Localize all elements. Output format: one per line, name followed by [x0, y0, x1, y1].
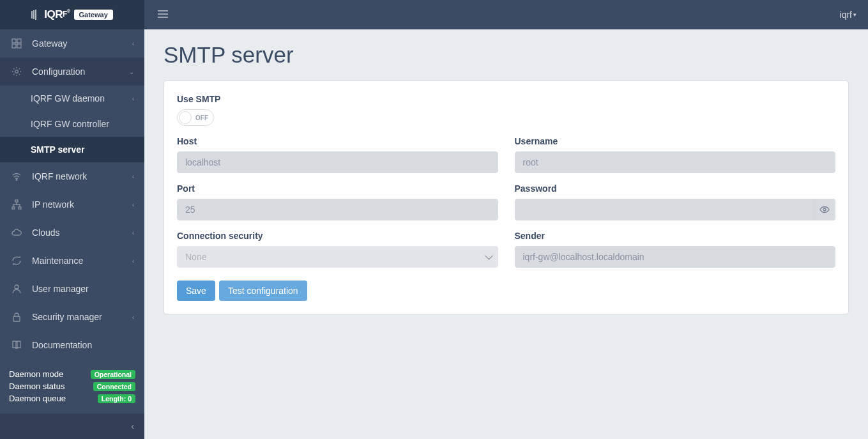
password-input[interactable]: [515, 199, 814, 220]
port-input[interactable]: [177, 199, 498, 220]
status-label: Daemon status: [9, 381, 65, 391]
svg-point-9: [15, 285, 19, 289]
status-block: Daemon mode Operational Daemon status Co…: [0, 362, 144, 413]
sidebar-item-smtp-server[interactable]: SMTP server: [0, 137, 144, 162]
svg-point-5: [16, 180, 17, 181]
nav-label: Clouds: [32, 227, 132, 238]
status-row: Daemon queue Length: 0: [9, 392, 135, 404]
sender-input[interactable]: [515, 246, 836, 268]
topbar: iqrf ▾: [144, 0, 868, 29]
host-label: Host: [177, 136, 498, 146]
host-input[interactable]: [177, 151, 498, 173]
nav-label: User manager: [32, 284, 134, 294]
connection-security-select[interactable]: None: [177, 246, 498, 268]
nav-label: IP network: [32, 199, 132, 210]
chevron-left-icon: ‹: [132, 314, 134, 321]
brand-logo: IQRF®: [31, 8, 70, 21]
nav-label: IQRF GW daemon: [31, 93, 132, 104]
username-input[interactable]: [515, 151, 836, 173]
lock-icon: [10, 311, 23, 323]
svg-rect-7: [12, 207, 15, 209]
show-password-button[interactable]: [814, 199, 835, 220]
status-badge: Length: 0: [98, 394, 135, 403]
toggle-knob: [179, 111, 192, 124]
toggle-text: OFF: [195, 114, 208, 121]
username-label: Username: [515, 136, 836, 146]
sidebar-item-iqrf-gw-daemon[interactable]: IQRF GW daemon ‹: [0, 86, 144, 111]
content: SMTP server Use SMTP OFF Host: [144, 29, 868, 439]
svg-point-11: [823, 208, 826, 211]
use-smtp-toggle[interactable]: OFF: [177, 109, 214, 126]
dashboard-icon: [10, 37, 23, 50]
svg-rect-6: [15, 200, 18, 202]
brand-badge: Gateway: [74, 10, 113, 20]
svg-rect-10: [13, 316, 20, 321]
book-icon: [10, 339, 23, 351]
port-label: Port: [177, 183, 498, 194]
sidebar-collapse-button[interactable]: ‹: [0, 413, 144, 439]
svg-rect-8: [19, 207, 21, 209]
nav-label: SMTP server: [31, 144, 134, 155]
status-label: Daemon queue: [9, 394, 66, 403]
svg-rect-2: [12, 44, 16, 48]
chevron-left-icon: ‹: [132, 95, 134, 102]
wifi-icon: [10, 170, 23, 183]
smtp-form-card: Use SMTP OFF Host Port: [164, 81, 849, 314]
sidebar-item-gateway[interactable]: Gateway ‹: [0, 29, 144, 58]
caret-down-icon: ▾: [853, 12, 857, 18]
brand[interactable]: IQRF® Gateway: [0, 0, 144, 29]
chevron-down-icon: ⌄: [129, 68, 134, 75]
nav-label: IQRF GW controller: [31, 119, 134, 129]
svg-rect-1: [17, 39, 21, 43]
eye-icon: [819, 204, 830, 215]
nav-label: Configuration: [32, 66, 129, 77]
nav-label: Maintenance: [32, 256, 132, 266]
chevron-left-icon: ‹: [132, 173, 134, 180]
chevron-left-icon: ‹: [132, 40, 134, 47]
connsec-label: Connection security: [177, 231, 498, 241]
page-title: SMTP server: [164, 42, 849, 68]
use-smtp-label: Use SMTP: [177, 94, 835, 104]
nav-label: Security manager: [32, 312, 132, 322]
sidebar-item-maintenance[interactable]: Maintenance ‹: [0, 247, 144, 275]
chevron-left-icon: ‹: [131, 421, 134, 431]
nav-label: IQRF network: [32, 171, 132, 181]
status-badge: Operational: [91, 370, 135, 379]
sidebar-item-configuration[interactable]: Configuration ⌄: [0, 58, 144, 86]
sidebar-item-iqrf-gw-controller[interactable]: IQRF GW controller: [0, 111, 144, 137]
svg-point-4: [15, 70, 19, 73]
network-icon: [10, 198, 23, 211]
sidebar-item-documentation[interactable]: Documentation: [0, 331, 144, 359]
gear-icon: [10, 65, 23, 78]
user-icon: [10, 282, 23, 295]
sidebar: IQRF® Gateway Gateway ‹ Configuration ⌄ …: [0, 0, 144, 439]
sidebar-item-clouds[interactable]: Clouds ‹: [0, 219, 144, 247]
nav-label: Gateway: [32, 38, 132, 49]
chevron-left-icon: ‹: [132, 229, 134, 236]
save-button[interactable]: Save: [177, 281, 215, 301]
sender-label: Sender: [515, 231, 836, 241]
chevron-left-icon: ‹: [132, 258, 134, 265]
svg-rect-3: [17, 44, 21, 48]
hamburger-button[interactable]: [156, 7, 170, 23]
sidebar-item-iqrf-network[interactable]: IQRF network ‹: [0, 162, 144, 190]
sync-icon: [10, 254, 23, 267]
nav: Gateway ‹ Configuration ⌄ IQRF GW daemon…: [0, 29, 144, 362]
status-label: Daemon mode: [9, 369, 63, 379]
status-row: Daemon mode Operational: [9, 368, 135, 380]
user-menu-label: iqrf: [840, 10, 852, 20]
test-configuration-button[interactable]: Test configuration: [219, 281, 307, 301]
cloud-icon: [10, 226, 23, 239]
chevron-left-icon: ‹: [132, 201, 134, 208]
svg-rect-0: [12, 39, 16, 43]
password-label: Password: [515, 183, 836, 194]
sidebar-item-user-manager[interactable]: User manager: [0, 275, 144, 303]
sidebar-item-ip-network[interactable]: IP network ‹: [0, 190, 144, 219]
status-row: Daemon status Connected: [9, 380, 135, 392]
sidebar-item-security-manager[interactable]: Security manager ‹: [0, 303, 144, 331]
nav-label: Documentation: [32, 340, 134, 350]
status-badge: Connected: [93, 382, 135, 391]
user-menu[interactable]: iqrf ▾: [840, 10, 857, 20]
